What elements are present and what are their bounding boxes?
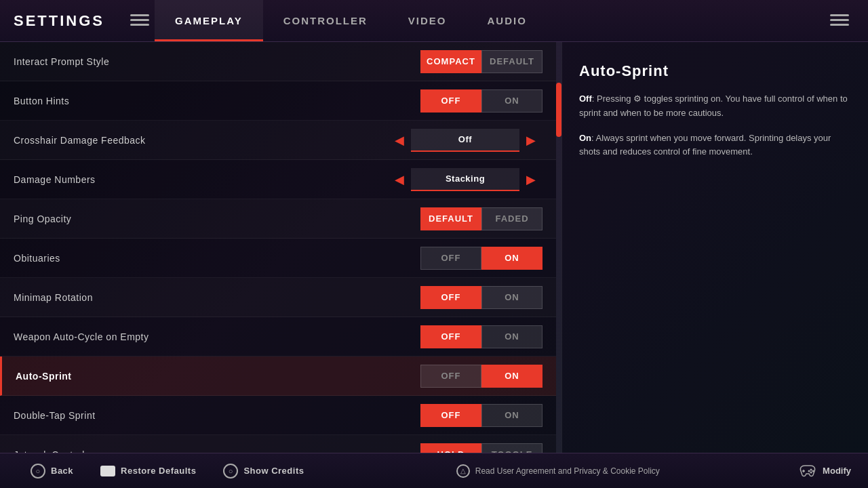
- toggle-off-obituaries[interactable]: Off: [420, 247, 481, 270]
- toggle-toggle-jetpack[interactable]: Toggle: [481, 443, 542, 453]
- info-panel-text-off: Off: Pressing ⚙ toggles sprinting on. Yo…: [579, 92, 851, 121]
- toggle-off-minimap[interactable]: Off: [420, 286, 481, 309]
- label-weapon-auto-cycle: Weapon Auto-Cycle on Empty: [14, 331, 420, 342]
- label-ping-opacity: Ping Opacity: [14, 214, 420, 224]
- label-interact-prompt-style: Interact Prompt Style: [14, 56, 420, 67]
- show-credits-button[interactable]: ○ Show Credits: [210, 453, 317, 488]
- toggle-off-weapon[interactable]: Off: [420, 325, 481, 348]
- arrow-right-crosshair[interactable]: ▶: [519, 129, 542, 152]
- label-crosshair-damage: Crosshair Damage Feedback: [14, 135, 388, 146]
- row-interact-prompt-style[interactable]: Interact Prompt Style Compact Default: [0, 42, 556, 81]
- restore-icon: [100, 466, 115, 476]
- row-damage-numbers[interactable]: Damage Numbers ◀ Stacking ▶: [0, 160, 556, 199]
- agreement-icon: △: [456, 464, 470, 478]
- svg-point-4: [810, 471, 812, 473]
- info-panel-text-on: On: Always sprint when you move forward.…: [579, 131, 851, 160]
- toggle-hold-jetpack[interactable]: Hold: [420, 443, 481, 453]
- label-minimap-rotation: Minimap Rotation: [14, 292, 420, 303]
- info-panel-title: Auto-Sprint: [579, 62, 851, 80]
- toggle-ping-opacity: Default Faded: [420, 207, 542, 230]
- toggle-off-dtap[interactable]: Off: [420, 404, 481, 427]
- toggle-double-tap-sprint: Off On: [420, 404, 542, 427]
- tab-audio[interactable]: AUDIO: [467, 0, 547, 41]
- modify-button[interactable]: Modify: [798, 464, 851, 478]
- row-jetpack-control[interactable]: Jetpack Control Hold Toggle: [0, 435, 556, 453]
- label-obituaries: Obituaries: [14, 253, 420, 264]
- value-damage-numbers: Stacking: [411, 168, 519, 191]
- row-button-hints[interactable]: Button Hints Off On: [0, 81, 556, 121]
- info-on-keyword: On: [579, 133, 591, 143]
- modify-label: Modify: [823, 466, 851, 476]
- row-minimap-rotation[interactable]: Minimap Rotation Off On: [0, 278, 556, 317]
- toggle-interact-prompt-style: Compact Default: [420, 50, 542, 73]
- label-double-tap-sprint: Double-Tap Sprint: [14, 410, 420, 421]
- main-content: Interact Prompt Style Compact Default Bu…: [0, 42, 868, 453]
- label-auto-sprint: Auto-Sprint: [16, 371, 420, 382]
- header: SETTINGS GAMEPLAY CONTROLLER VIDEO AUDIO: [0, 0, 868, 42]
- info-panel: Auto-Sprint Off: Pressing ⚙ toggles spri…: [561, 42, 868, 453]
- controller-icon: [798, 464, 817, 478]
- arrow-crosshair-damage: ◀ Off ▶: [388, 129, 542, 152]
- credits-label: Show Credits: [243, 466, 304, 476]
- label-button-hints: Button Hints: [14, 96, 420, 106]
- row-double-tap-sprint[interactable]: Double-Tap Sprint Off On: [0, 396, 556, 435]
- scrollbar-thumb[interactable]: [556, 83, 561, 137]
- right-menu-icon[interactable]: [830, 14, 849, 28]
- toggle-minimap-rotation: Off On: [420, 286, 542, 309]
- toggle-on-minimap[interactable]: On: [481, 286, 542, 309]
- toggle-button-hints: Off On: [420, 89, 542, 113]
- restore-defaults-button[interactable]: Restore Defaults: [87, 453, 210, 488]
- toggle-off-btn-hints[interactable]: Off: [420, 89, 481, 113]
- toggle-off-sprint[interactable]: Off: [420, 365, 481, 388]
- arrow-left-crosshair[interactable]: ◀: [388, 129, 411, 152]
- toggle-obituaries: Off On: [420, 247, 542, 270]
- svg-point-5: [808, 470, 810, 472]
- toggle-faded-ping[interactable]: Faded: [481, 207, 542, 230]
- toggle-on-obituaries[interactable]: On: [481, 247, 542, 270]
- toggle-on-sprint[interactable]: On: [481, 365, 542, 388]
- toggle-jetpack-control: Hold Toggle: [420, 443, 542, 453]
- toggle-on-weapon[interactable]: On: [481, 325, 542, 348]
- toggle-default-ping[interactable]: Default: [420, 207, 481, 230]
- arrow-left-damage-numbers[interactable]: ◀: [388, 168, 411, 191]
- toggle-compact[interactable]: Compact: [420, 50, 481, 73]
- settings-title: SETTINGS: [14, 12, 104, 30]
- info-off-keyword: Off: [579, 94, 592, 104]
- back-button[interactable]: ○ Back: [17, 453, 87, 488]
- row-crosshair-damage[interactable]: Crosshair Damage Feedback ◀ Off ▶: [0, 121, 556, 160]
- tab-video[interactable]: VIDEO: [388, 0, 467, 41]
- svg-point-2: [810, 468, 812, 470]
- settings-list: Interact Prompt Style Compact Default Bu…: [0, 42, 556, 453]
- tab-gameplay[interactable]: GAMEPLAY: [155, 0, 263, 41]
- row-ping-opacity[interactable]: Ping Opacity Default Faded: [0, 199, 556, 239]
- tab-controller[interactable]: CONTROLLER: [263, 0, 388, 41]
- nav-tabs: GAMEPLAY CONTROLLER VIDEO AUDIO: [155, 0, 547, 41]
- left-menu-icon[interactable]: [130, 14, 149, 28]
- agreement-link[interactable]: △ Read User Agreement and Privacy & Cook…: [456, 464, 660, 478]
- row-obituaries[interactable]: Obituaries Off On: [0, 239, 556, 278]
- scrollbar-track[interactable]: [556, 42, 561, 453]
- toggle-default[interactable]: Default: [481, 50, 542, 73]
- arrow-right-damage-numbers[interactable]: ▶: [519, 168, 542, 191]
- toggle-weapon-auto-cycle: Off On: [420, 325, 542, 348]
- credits-icon: ○: [223, 464, 238, 479]
- agreement-label: Read User Agreement and Privacy & Cookie…: [475, 466, 660, 476]
- footer: ○ Back Restore Defaults ○ Show Credits △…: [0, 453, 868, 488]
- toggle-auto-sprint: Off On: [420, 365, 542, 388]
- restore-label: Restore Defaults: [121, 466, 196, 476]
- label-damage-numbers: Damage Numbers: [14, 174, 388, 185]
- row-weapon-auto-cycle[interactable]: Weapon Auto-Cycle on Empty Off On: [0, 317, 556, 357]
- svg-point-3: [812, 470, 814, 472]
- row-auto-sprint[interactable]: Auto-Sprint Off On: [0, 357, 556, 396]
- toggle-on-btn-hints[interactable]: On: [481, 89, 542, 113]
- back-icon: ○: [31, 464, 45, 479]
- arrow-damage-numbers: ◀ Stacking ▶: [388, 168, 542, 191]
- toggle-on-dtap[interactable]: On: [481, 404, 542, 427]
- back-label: Back: [51, 466, 73, 476]
- value-crosshair-damage: Off: [411, 129, 519, 152]
